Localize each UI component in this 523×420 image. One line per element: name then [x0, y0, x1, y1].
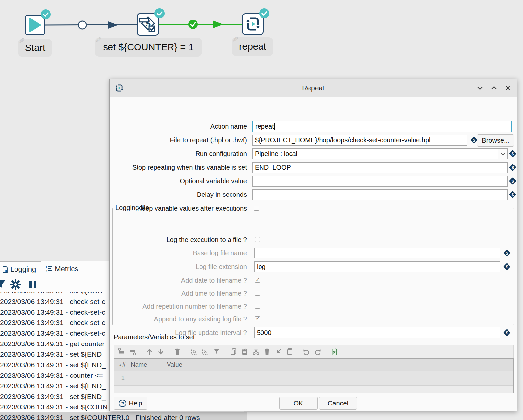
browse-button[interactable]: Browse...	[477, 134, 514, 147]
delay-label: Delay in seconds	[110, 189, 250, 200]
keep-selected-rows-icon[interactable]	[274, 348, 282, 356]
parameters-label: Parameters/Variables to set :	[114, 333, 198, 341]
action-name-label: Action name	[110, 121, 250, 132]
add-date-checkbox[interactable]	[255, 278, 260, 283]
delete-selected-rows-icon[interactable]	[263, 348, 271, 356]
maximize-chevron-up-button[interactable]	[490, 84, 498, 92]
help-question-icon: ?	[119, 400, 126, 407]
repeat-dialog: Repeat Action name repeat File to repeat…	[109, 79, 517, 411]
parameters-table-header[interactable]: ▴ # Name Value	[114, 359, 513, 371]
node-start-label[interactable]: ✎ Start	[18, 39, 52, 57]
hop-workflow-window: { "canvas": { "nodes": [ {"id": "start",…	[0, 0, 523, 420]
svg-text:g: g	[5, 269, 7, 273]
log-filter-icon[interactable]	[0, 280, 6, 289]
log-settings-gear-icon[interactable]	[10, 279, 21, 290]
filter-rows-icon[interactable]	[213, 348, 221, 356]
select-all-rows-icon[interactable]	[190, 348, 198, 356]
clear-selection-icon[interactable]	[201, 348, 209, 356]
node-set-counter-label[interactable]: ✎ set ${COUNTER} = 1	[95, 38, 202, 57]
append-log-checkbox[interactable]	[255, 316, 260, 321]
repeat-dialog-icon	[115, 84, 124, 92]
repeat-icon	[245, 16, 261, 32]
text-caret	[274, 123, 275, 130]
variable-dollar-icon[interactable]: $	[470, 136, 478, 144]
file-to-repeat-input[interactable]: ${PROJECT_HOME}/hop/loops/check-set-coun…	[252, 135, 467, 146]
delay-input[interactable]	[252, 189, 508, 200]
help-button[interactable]: ? Help	[114, 397, 147, 410]
toolbar-separator	[141, 347, 141, 356]
add-date-label: Add date to filename ?	[110, 277, 250, 284]
toolbar-separator	[298, 347, 298, 356]
tab-metrics[interactable]: 1 2 Metrics	[41, 261, 83, 277]
minimize-chevron-down-button[interactable]	[476, 84, 484, 92]
insert-row-before-icon[interactable]	[117, 348, 125, 356]
edit-pencil-icon: ✎	[95, 36, 101, 44]
variable-dollar-icon[interactable]: $	[503, 329, 511, 337]
cancel-button[interactable]: Cancel	[319, 397, 357, 410]
log-to-file-checkbox[interactable]	[255, 237, 260, 242]
copy-row-to-all-icon[interactable]	[286, 348, 293, 356]
toolbar-separator	[326, 347, 326, 356]
log-file-extension-label: Log file extension	[110, 261, 250, 272]
success-check-badge	[188, 20, 198, 29]
base-log-file-input[interactable]	[254, 248, 500, 258]
variable-dollar-icon[interactable]: $	[509, 150, 517, 158]
close-button[interactable]	[504, 84, 512, 92]
move-row-down-icon[interactable]	[157, 348, 165, 356]
toolbar-separator	[169, 347, 169, 356]
dialog-titlebar[interactable]: Repeat	[110, 79, 517, 97]
column-header-value[interactable]: Value	[164, 359, 513, 371]
run-configuration-label: Run configuration	[110, 148, 250, 159]
run-configuration-combo[interactable]: Pipeline : local	[252, 148, 508, 159]
variable-dollar-icon[interactable]: $	[509, 191, 517, 198]
parameters-table[interactable]: ▴ # Name Value 1	[114, 358, 514, 393]
column-header-num[interactable]: ▴ #	[114, 359, 128, 371]
logging-icon: g	[2, 266, 8, 273]
log-file-extension-input[interactable]: log	[254, 261, 500, 272]
add-time-checkbox[interactable]	[255, 291, 260, 296]
toolbar-separator	[25, 279, 25, 290]
tab-logging[interactable]: g Logging	[0, 261, 41, 277]
copy-rows-icon[interactable]	[230, 348, 237, 356]
ok-button[interactable]: OK	[279, 397, 318, 410]
cut-rows-icon[interactable]	[252, 348, 260, 356]
pause-logging-button[interactable]	[29, 281, 36, 288]
add-time-label: Add time to filename ?	[110, 290, 250, 297]
stop-variable-input[interactable]: END_LOOP	[252, 162, 508, 173]
redo-icon[interactable]	[314, 348, 322, 356]
node-repeat-label[interactable]: ✎ repeat	[232, 37, 273, 56]
log-to-file-label: Log the execution to a file ?	[110, 236, 250, 243]
log-update-interval-input[interactable]: 5000	[254, 327, 500, 338]
play-icon	[29, 18, 41, 32]
hop-arrow	[108, 21, 118, 29]
optional-variable-value-label: Optional variable value	[110, 176, 250, 187]
delete-row-icon[interactable]	[173, 348, 181, 356]
variable-dollar-icon[interactable]: $	[503, 249, 511, 257]
node-repeat-check-badge	[259, 8, 269, 18]
undo-icon[interactable]	[302, 348, 310, 356]
toolbar-separator	[186, 347, 186, 356]
add-repetition-label: Add repetition number to filename ?	[110, 303, 250, 310]
optional-variable-value-input[interactable]	[252, 176, 508, 187]
insert-row-after-icon[interactable]	[129, 348, 137, 356]
svg-text:1: 1	[46, 265, 47, 269]
variable-dollar-icon[interactable]: $	[503, 263, 511, 271]
column-header-name[interactable]: Name	[128, 359, 164, 371]
variable-dollar-icon[interactable]: $	[509, 164, 517, 171]
metrics-icon: 1 2	[46, 265, 53, 273]
file-to-repeat-label: File to repeat (.hpl or .hwf)	[110, 135, 250, 146]
move-row-up-icon[interactable]	[145, 348, 153, 356]
export-excel-icon[interactable]	[330, 348, 338, 356]
logging-file-group-title: Logging file	[114, 204, 150, 212]
node-set-counter-check-badge	[154, 8, 165, 18]
table-row[interactable]: 1	[114, 371, 513, 386]
action-name-input[interactable]: repeat	[252, 121, 512, 132]
paste-rows-icon[interactable]	[241, 348, 249, 356]
toolbar-separator	[225, 347, 225, 356]
node-start-check-badge	[41, 9, 51, 19]
variable-dollar-icon[interactable]: $	[509, 177, 517, 185]
combo-chevron-down-icon[interactable]	[498, 149, 507, 159]
append-log-label: Append to any existing log file ?	[110, 315, 250, 323]
add-repetition-checkbox[interactable]	[255, 304, 260, 309]
svg-text:2: 2	[46, 269, 47, 273]
